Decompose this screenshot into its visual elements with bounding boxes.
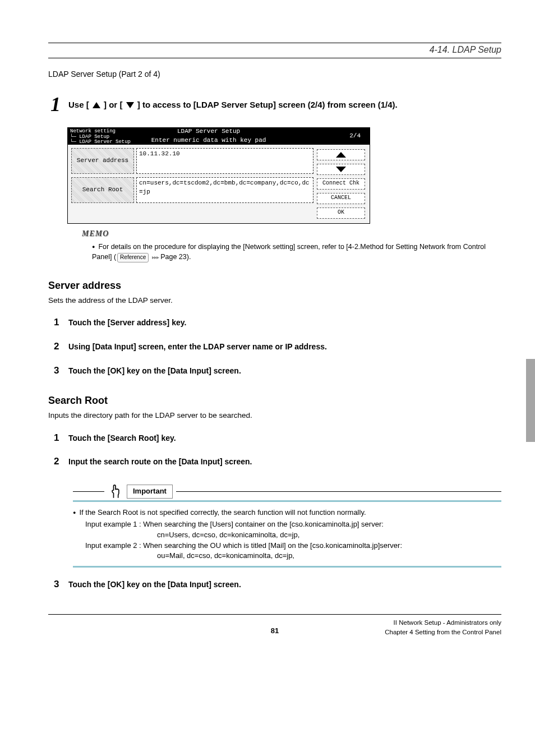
search-root-desc: Inputs the directory path for the LDAP s… xyxy=(48,410,501,421)
example-2-line-1: Input example 2 : When searching the OU … xyxy=(85,541,501,551)
memo-text-1: For details on the procedure for display… xyxy=(92,243,486,261)
major-step-number: 1 xyxy=(48,90,63,119)
page-subtitle: LDAP Server Setup (Part 2 of 4) xyxy=(48,68,501,80)
step-number: 3 xyxy=(54,364,63,378)
list-item: 3Touch the [OK] key on the [Data Input] … xyxy=(54,364,501,378)
step-text: Using [Data Input] screen, enter the LDA… xyxy=(68,341,501,352)
server-address-desc: Sets the address of the LDAP server. xyxy=(48,295,501,306)
reference-arrow-icon: ▸▸▸ xyxy=(152,254,159,260)
important-bullet-text: If the Search Root is not specified corr… xyxy=(79,508,366,517)
memo-text-2: Page 23). xyxy=(159,253,191,261)
lcd-page-indicator: 2/4 xyxy=(349,132,361,141)
footer-line-2: Chapter 4 Setting from the Control Panel xyxy=(350,628,501,637)
footer-line-1: II Network Setup - Administrators only xyxy=(350,618,501,628)
step-number: 1 xyxy=(54,431,63,445)
list-item: 2Using [Data Input] screen, enter the LD… xyxy=(54,340,501,354)
step-text-suffix: to access to [LDAP Server Setup] screen … xyxy=(140,100,398,109)
page-number: 81 xyxy=(199,626,350,637)
important-bullet: If the Search Root is not specified corr… xyxy=(73,508,501,518)
step-number: 2 xyxy=(54,340,63,354)
memo-bullet xyxy=(92,243,98,251)
step-text-prefix: Use xyxy=(68,100,86,109)
step-text: Touch the [Search Root] key. xyxy=(68,432,501,444)
step-text: Touch the [Server address] key. xyxy=(68,317,501,328)
memo-label: MEMO xyxy=(82,228,501,239)
search-root-key[interactable]: Search Root xyxy=(71,177,134,203)
up-arrow-icon xyxy=(93,102,100,108)
list-item: 2Input the search route on the [Data Inp… xyxy=(54,455,501,469)
step-number: 1 xyxy=(54,316,63,330)
page-thumb-tab xyxy=(526,359,535,442)
lcd-row: Server address 10.11.32.10 xyxy=(71,148,313,174)
major-step-text: Use [ ] or [ ] to access to [LDAP Server… xyxy=(68,99,398,111)
example-1-line-2: cn=Users, dc=cso, dc=konicaminolta, dc=j… xyxy=(157,530,501,541)
step-text: Input the search route on the [Data Inpu… xyxy=(68,456,501,467)
search-root-heading: Search Root xyxy=(48,393,501,408)
lcd-up-button[interactable] xyxy=(317,149,365,160)
server-address-key[interactable]: Server address xyxy=(71,148,134,174)
cancel-button[interactable]: CANCEL xyxy=(317,193,365,204)
server-address-value: 10.11.32.10 xyxy=(136,148,313,174)
pointing-hand-icon xyxy=(108,483,123,499)
down-arrow-icon xyxy=(126,102,134,108)
lcd-breadcrumb: Network setting └─ LDAP Setup └─ LDAP Se… xyxy=(70,129,131,146)
lcd-down-button[interactable] xyxy=(317,164,365,175)
example-2-line-2: ou=Mail, dc=cso, dc=konicaminolta, dc=jp… xyxy=(157,551,501,561)
server-address-heading: Server address xyxy=(48,278,501,293)
step-text: Touch the [OK] key on the [Data Input] s… xyxy=(68,365,501,376)
lcd-screenshot: Network setting └─ LDAP Setup └─ LDAP Se… xyxy=(67,127,370,224)
breadcrumb: └─ LDAP Server Setup xyxy=(70,140,131,145)
lcd-row: Search Root cn=users,dc=tscdom2,dc=bmb,d… xyxy=(71,177,313,203)
example-1-line-1: Input example 1 : When searching the [Us… xyxy=(85,519,501,530)
memo-body: For details on the procedure for display… xyxy=(92,242,501,262)
section-header: 4-14. LDAP Setup xyxy=(430,43,501,56)
step-number: 2 xyxy=(54,455,63,469)
step-number: 3 xyxy=(54,578,63,592)
important-label: Important xyxy=(127,485,173,499)
ok-button[interactable]: OK xyxy=(317,208,365,219)
search-root-value: cn=users,dc=tscdom2,dc=bmb,dc=company,dc… xyxy=(136,177,313,203)
step-text-mid: or xyxy=(107,100,119,109)
connect-check-button[interactable]: Connect Chk xyxy=(317,178,365,190)
list-item: 1Touch the [Server address] key. xyxy=(54,316,501,330)
chevron-up-icon xyxy=(336,152,346,158)
reference-tag: Reference xyxy=(117,253,149,262)
important-block: Important If the Search Root is not spec… xyxy=(73,483,501,568)
step-text: Touch the [OK] key on the [Data Input] s… xyxy=(68,579,501,590)
chevron-down-icon xyxy=(336,167,346,172)
list-item: 1Touch the [Search Root] key. xyxy=(54,431,501,445)
list-item: 3Touch the [OK] key on the [Data Input] … xyxy=(54,578,501,592)
